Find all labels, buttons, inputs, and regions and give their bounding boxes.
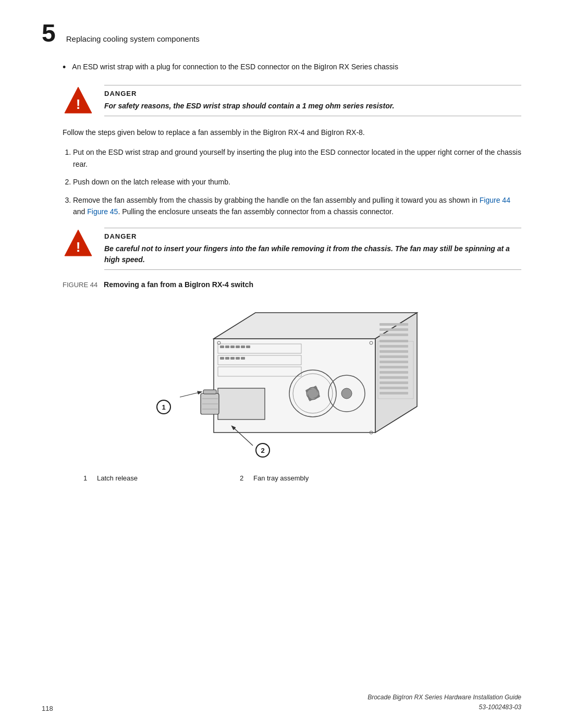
figure-caption-text: Removing a fan from a BigIron RX-4 switc… bbox=[104, 280, 253, 289]
ordered-list: Put on the ESD wrist strap and ground yo… bbox=[73, 146, 521, 217]
svg-rect-41 bbox=[380, 381, 408, 384]
svg-rect-12 bbox=[246, 346, 250, 348]
svg-rect-36 bbox=[380, 355, 408, 358]
page-header: 5 Replacing cooling system components bbox=[42, 21, 521, 46]
svg-rect-30 bbox=[380, 323, 408, 326]
svg-rect-31 bbox=[380, 328, 408, 331]
figure44-link[interactable]: Figure 44 bbox=[480, 196, 510, 204]
step-3: Remove the fan assembly from the chassis… bbox=[73, 194, 521, 218]
svg-rect-39 bbox=[380, 371, 408, 374]
figure45-link[interactable]: Figure 45 bbox=[87, 207, 118, 216]
svg-point-29 bbox=[341, 388, 352, 399]
chapter-title: Replacing cooling system components bbox=[66, 34, 200, 43]
device-illustration bbox=[151, 297, 433, 464]
bullet-list: • An ESD wrist strap with a plug for con… bbox=[63, 61, 521, 75]
svg-rect-7 bbox=[220, 346, 224, 348]
legend-text-1: Latch release bbox=[97, 474, 138, 482]
svg-rect-16 bbox=[236, 357, 240, 360]
svg-rect-38 bbox=[380, 366, 408, 368]
footer-guide-info: Brocade BigIron RX Series Hardware Insta… bbox=[368, 693, 521, 712]
svg-rect-23 bbox=[203, 390, 216, 394]
danger-label-1: DANGER bbox=[104, 90, 521, 97]
list-item: • An ESD wrist strap with a plug for con… bbox=[63, 61, 521, 75]
figure-container: 1 2 bbox=[63, 297, 521, 464]
svg-rect-10 bbox=[236, 346, 240, 348]
footer-guide-title: Brocade BigIron RX Series Hardware Insta… bbox=[368, 693, 521, 702]
svg-text:!: ! bbox=[76, 96, 81, 112]
danger-text-2: Be careful not to insert your fingers in… bbox=[104, 243, 521, 265]
svg-rect-17 bbox=[241, 357, 245, 360]
svg-rect-11 bbox=[241, 346, 245, 348]
figure-number: FIGURE 44 bbox=[63, 281, 97, 289]
body-text: Follow the steps given below to replace … bbox=[63, 127, 521, 138]
figure-legend: 1 Latch release 2 Fan tray assembly bbox=[83, 474, 521, 482]
step-1: Put on the ESD wrist strap and ground yo… bbox=[73, 146, 521, 170]
callout-2-number: 2 bbox=[261, 447, 264, 454]
figure-image: 1 2 bbox=[151, 297, 433, 464]
svg-rect-8 bbox=[225, 346, 229, 348]
danger-content-1: DANGER For safety reasons, the ESD wrist… bbox=[104, 85, 521, 116]
figure-caption: FIGURE 44 Removing a fan from a BigIron … bbox=[63, 280, 521, 289]
danger-box-1: ! DANGER For safety reasons, the ESD wri… bbox=[63, 85, 521, 116]
footer-page-number: 118 bbox=[42, 705, 53, 712]
legend-num-2: 2 bbox=[240, 474, 248, 482]
bullet-text: An ESD wrist strap with a plug for conne… bbox=[72, 61, 398, 72]
svg-rect-9 bbox=[230, 346, 235, 348]
page-footer: 118 Brocade BigIron RX Series Hardware I… bbox=[0, 693, 563, 712]
legend-item-2: 2 Fan tray assembly bbox=[240, 474, 396, 482]
svg-rect-15 bbox=[230, 357, 235, 360]
step-2: Push down on the latch release with your… bbox=[73, 176, 521, 188]
footer-guide-number: 53-1002483-03 bbox=[368, 702, 521, 712]
danger-content-2: DANGER Be careful not to insert your fin… bbox=[104, 228, 521, 270]
svg-rect-42 bbox=[380, 387, 408, 389]
svg-rect-18 bbox=[218, 388, 265, 419]
svg-rect-43 bbox=[380, 392, 408, 394]
svg-rect-14 bbox=[225, 357, 229, 360]
legend-num-1: 1 bbox=[83, 474, 92, 482]
legend-item-1: 1 Latch release bbox=[83, 474, 240, 482]
danger-icon-1: ! bbox=[63, 85, 94, 116]
danger-box-2: ! DANGER Be careful not to insert your f… bbox=[63, 228, 521, 270]
step-2-text: Push down on the latch release with your… bbox=[73, 178, 230, 186]
svg-rect-37 bbox=[380, 361, 408, 363]
step-1-text: Put on the ESD wrist strap and ground yo… bbox=[73, 148, 521, 168]
danger-text-1: For safety reasons, the ESD wrist strap … bbox=[104, 101, 521, 112]
legend-text-2: Fan tray assembly bbox=[253, 474, 309, 482]
svg-rect-32 bbox=[380, 334, 408, 336]
svg-text:!: ! bbox=[76, 239, 81, 255]
svg-rect-40 bbox=[380, 376, 408, 379]
chapter-number: 5 bbox=[42, 21, 56, 46]
danger-label-2: DANGER bbox=[104, 232, 521, 240]
svg-rect-35 bbox=[380, 350, 408, 353]
svg-rect-34 bbox=[380, 345, 408, 348]
bullet-dot: • bbox=[63, 60, 66, 75]
content-section: • An ESD wrist strap with a plug for con… bbox=[63, 61, 521, 482]
page-container: 5 Replacing cooling system components • … bbox=[0, 0, 563, 728]
svg-rect-13 bbox=[220, 357, 224, 360]
svg-line-24 bbox=[180, 392, 201, 397]
callout-1-number: 1 bbox=[162, 403, 165, 411]
danger-icon-2: ! bbox=[63, 228, 94, 259]
svg-rect-33 bbox=[380, 340, 408, 342]
